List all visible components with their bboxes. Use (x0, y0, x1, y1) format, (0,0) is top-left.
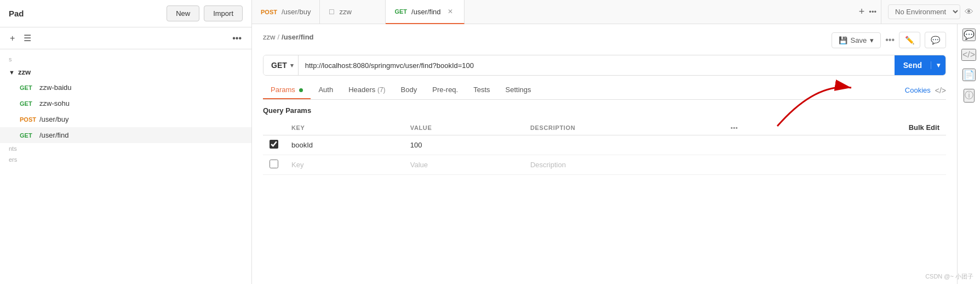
item-name: zzw-baidu (39, 83, 72, 92)
row-checkbox[interactable] (270, 140, 278, 149)
tab-post-user-buy[interactable]: POST /user/buy (252, 0, 320, 24)
item-name: /user/buy (39, 115, 68, 123)
request-tabs: Params Auth Headers (7) Body Pre-req. (263, 81, 946, 100)
list-item[interactable]: POST /user/buy (0, 111, 251, 127)
list-item[interactable]: GET /user/find (0, 127, 251, 143)
collection-name-label: zzw (18, 68, 31, 76)
new-button[interactable]: New (167, 5, 199, 21)
add-collection-button[interactable]: + (9, 32, 16, 44)
table-row: Key Value Description (263, 155, 946, 175)
cookies-button[interactable]: Cookies (905, 86, 931, 94)
row-key-cell[interactable]: bookId (285, 135, 404, 155)
tab-headers-label: Headers (348, 86, 375, 94)
send-chevron-icon[interactable]: ▾ (931, 61, 945, 69)
watermark: CSDN @~ 小团子 (925, 272, 973, 281)
send-label: Send (895, 61, 931, 70)
col-value-header: VALUE (404, 120, 524, 135)
bulk-edit-button[interactable]: Bulk Edit (795, 120, 946, 135)
environment-select[interactable]: No Environment (888, 4, 960, 19)
url-bar: GET ▾ Send ▾ (263, 55, 946, 76)
save-button[interactable]: 💾 Save ▾ (832, 32, 881, 48)
url-input[interactable] (299, 56, 895, 75)
tab-params-label: Params (271, 86, 295, 94)
list-item[interactable]: GET zzw-sohu (0, 95, 251, 111)
row-checkbox[interactable] (270, 160, 278, 168)
chevron-down-icon: ▼ (9, 69, 15, 76)
env-bar: No Environment 👁 (881, 0, 980, 24)
collection-group-zzw: ▼ zzw GET zzw-baidu GET zzw-sohu POST /u… (0, 65, 251, 143)
comment-icon[interactable]: 💬 (925, 32, 946, 48)
tab-settings[interactable]: Settings (498, 81, 539, 99)
method-get-badge: GET (20, 100, 39, 107)
method-get-badge: GET (20, 132, 39, 139)
sidebar-more-button[interactable]: ••• (231, 32, 243, 44)
sidebar: Pad New Import + ☰ ••• s ▼ zzw GET zzw-b… (0, 0, 252, 284)
breadcrumb-more-button[interactable]: ••• (885, 35, 895, 45)
col-checkbox-header (263, 120, 285, 135)
breadcrumb-actions: 💾 Save ▾ ••• ✏️ 💬 (832, 32, 946, 48)
method-select[interactable]: GET ▾ (263, 55, 299, 75)
tab-tests-label: Tests (473, 86, 490, 94)
col-more-header[interactable]: ••• (724, 120, 795, 135)
comment-sidebar-icon[interactable]: 💬 (962, 29, 976, 41)
breadcrumb-current: /user/find (282, 33, 314, 41)
tab-zzw[interactable]: ☐ zzw (320, 0, 386, 24)
tab-headers[interactable]: Headers (7) (341, 81, 393, 99)
row-desc-placeholder[interactable]: Description (524, 155, 724, 175)
row-value-placeholder[interactable]: Value (404, 155, 524, 175)
tab-body[interactable]: Body (393, 81, 425, 99)
save-icon: 💾 (839, 36, 847, 44)
tab-pre-req[interactable]: Pre-req. (425, 81, 466, 99)
save-label: Save (851, 36, 867, 44)
row-value-cell[interactable]: 100 (404, 135, 524, 155)
main-content: zzw / /user/find 💾 Save ▾ ••• ✏️ 💬 (252, 24, 957, 284)
collection-zzw[interactable]: ▼ zzw (0, 65, 251, 79)
row-desc-cell[interactable] (524, 135, 724, 155)
tab-prereq-label: Pre-req. (432, 86, 458, 94)
sidebar-section-nts: nts (0, 143, 251, 154)
tab-actions: + ••• (855, 0, 881, 24)
breadcrumb: zzw / /user/find (263, 33, 314, 41)
headers-badge: (7) (377, 86, 386, 94)
tab-path: /user/buy (282, 8, 311, 16)
list-item[interactable]: GET zzw-baidu (0, 79, 251, 95)
add-tab-button[interactable]: + (859, 6, 865, 18)
query-params-title: Query Params (263, 106, 946, 115)
row-key-placeholder[interactable]: Key (285, 155, 404, 175)
method-label: GET (271, 61, 287, 70)
request-area: zzw / /user/find 💾 Save ▾ ••• ✏️ 💬 (252, 24, 957, 175)
tab-auth[interactable]: Auth (311, 81, 341, 99)
close-icon[interactable]: ✕ (445, 7, 455, 16)
col-key-header: KEY (285, 120, 404, 135)
tab-more-button[interactable]: ••• (869, 8, 876, 16)
info-sidebar-icon[interactable]: ⓘ (964, 89, 975, 103)
breadcrumb-separator: / (277, 33, 279, 41)
tab-get-user-find[interactable]: GET /user/find ✕ (386, 0, 464, 24)
doc-sidebar-icon[interactable]: 📄 (962, 69, 976, 81)
file-icon: ☐ (329, 8, 335, 16)
item-name: zzw-sohu (39, 99, 70, 107)
collection-list: s ▼ zzw GET zzw-baidu GET zzw-sohu POST … (0, 49, 251, 284)
item-name: /user/find (39, 131, 68, 139)
sidebar-toolbar: + ☰ ••• (0, 27, 251, 49)
main-body: zzw / /user/find 💾 Save ▾ ••• ✏️ 💬 (252, 24, 980, 284)
tab-settings-label: Settings (506, 86, 531, 94)
filter-button[interactable]: ☰ (22, 32, 32, 44)
tab-params[interactable]: Params (263, 81, 311, 99)
col-desc-header: DESCRIPTION (524, 120, 724, 135)
sidebar-section-ers: ers (0, 154, 251, 165)
tab-path: zzw (339, 8, 351, 16)
eye-icon[interactable]: 👁 (965, 7, 973, 17)
send-button[interactable]: Send ▾ (895, 55, 945, 75)
tab-method-get: GET (394, 8, 407, 15)
import-button[interactable]: Import (204, 5, 243, 21)
code-view-icon[interactable]: </> (935, 86, 946, 95)
code-sidebar-icon[interactable]: </> (961, 49, 976, 61)
params-table: KEY VALUE DESCRIPTION ••• Bulk Edit (263, 120, 946, 175)
sidebar-section-s: s (0, 54, 251, 65)
tab-tests[interactable]: Tests (466, 81, 497, 99)
breadcrumb-row: zzw / /user/find 💾 Save ▾ ••• ✏️ 💬 (263, 32, 946, 48)
edit-icon[interactable]: ✏️ (899, 32, 920, 48)
tab-path: /user/find (411, 8, 440, 16)
save-chevron-icon: ▾ (870, 36, 874, 44)
